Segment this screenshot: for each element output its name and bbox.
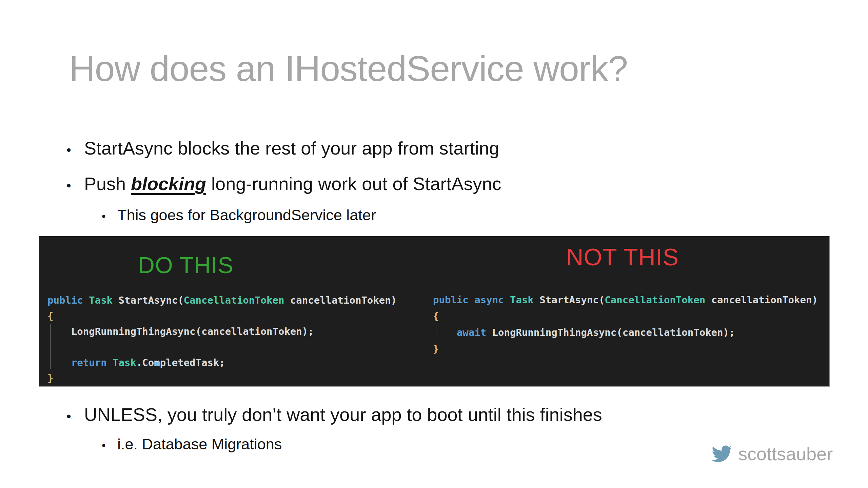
code-line: public async Task StartAsync(Cancellatio… <box>433 292 818 308</box>
bullet-list-top: •StartAsync blocks the rest of your app … <box>0 136 501 227</box>
bullet-text: i.e. Database Migrations <box>117 434 282 455</box>
indent-guide-icon <box>50 324 51 369</box>
bullet-glyph: • <box>102 206 117 227</box>
bullet-list-bottom: •UNLESS, you truly don’t want your app t… <box>0 402 602 456</box>
code-line: } <box>433 341 818 357</box>
bullet-text: Push blocking long-running work out of S… <box>84 171 501 196</box>
presentation-slide: How does an IHostedService work? •StartA… <box>0 0 868 488</box>
bullet-item: •i.e. Database Migrations <box>0 434 602 456</box>
code-line: public Task StartAsync(CancellationToken… <box>47 292 397 308</box>
bullet-text: This goes for BackgroundService later <box>117 205 376 226</box>
code-line: { <box>47 308 397 324</box>
do-this-heading: DO THIS <box>138 252 234 278</box>
bullet-item: •UNLESS, you truly don’t want your app t… <box>0 402 602 429</box>
code-line: LongRunningThingAsync(cancellationToken)… <box>47 324 397 339</box>
bullet-text: UNLESS, you truly don’t want your app to… <box>84 402 602 427</box>
code-snippet-do-this: public Task StartAsync(CancellationToken… <box>47 292 397 386</box>
bullet-text: StartAsync blocks the rest of your app f… <box>84 136 499 161</box>
code-line: return Task.CompletedTask; <box>47 355 397 370</box>
twitter-handle: scottsauber <box>738 443 833 464</box>
code-comparison-panel: DO THIS NOT THIS public Task StartAsync(… <box>39 236 830 387</box>
bullet-glyph: • <box>102 435 117 456</box>
bullet-glyph: • <box>66 404 84 429</box>
bullet-glyph: • <box>66 173 84 198</box>
bullet-item: •This goes for BackgroundService later <box>0 205 501 227</box>
bullet-item: •StartAsync blocks the rest of your app … <box>0 136 501 163</box>
code-snippet-not-this: public async Task StartAsync(Cancellatio… <box>433 292 818 357</box>
code-line: { <box>433 308 818 324</box>
code-line: await LongRunningThingAsync(cancellation… <box>433 324 818 341</box>
twitter-bird-icon <box>710 444 734 464</box>
not-this-heading: NOT THIS <box>566 244 679 271</box>
code-line: } <box>47 370 397 386</box>
slide-title: How does an IHostedService work? <box>69 48 628 89</box>
twitter-credit: scottsauber <box>710 443 833 464</box>
indent-guide-icon <box>436 325 436 341</box>
code-line <box>47 339 397 355</box>
bullet-glyph: • <box>66 138 84 163</box>
bullet-item: •Push blocking long-running work out of … <box>0 171 501 198</box>
